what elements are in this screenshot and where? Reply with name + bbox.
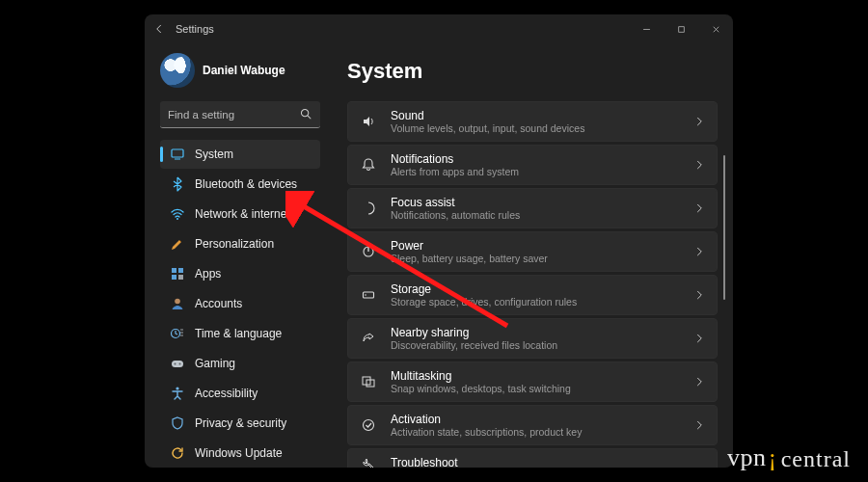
item-power[interactable]: Power Sleep, battery usage, battery save… [347, 231, 718, 272]
personalization-icon [170, 236, 185, 252]
item-title: Troubleshoot [391, 456, 458, 468]
sidebar-item-label: Time & language [195, 327, 282, 340]
wifi-icon [170, 206, 185, 222]
chevron-right-icon [693, 333, 705, 344]
item-title: Multitasking [391, 369, 571, 383]
sidebar-item-bluetooth[interactable]: Bluetooth & devices [160, 170, 320, 199]
main-panel: System Sound Volume levels, output, inpu… [328, 43, 733, 468]
sidebar-item-label: Bluetooth & devices [195, 177, 297, 191]
item-desc: Storage space, drives, configuration rul… [391, 296, 577, 308]
privacy-icon [170, 415, 185, 431]
storage-icon [360, 287, 377, 303]
item-desc: Discoverability, received files location [391, 339, 557, 352]
search-input[interactable] [160, 101, 320, 128]
titlebar: Settings [145, 14, 733, 43]
chevron-right-icon [693, 289, 705, 301]
chevron-right-icon [693, 159, 705, 171]
update-icon [170, 445, 185, 461]
watermark-divider-icon: ¡ [769, 443, 777, 472]
item-desc: Alerts from apps and system [391, 166, 519, 178]
item-title: Focus assist [391, 196, 520, 209]
sidebar-item-label: Apps [195, 267, 221, 281]
item-desc: Volume levels, output, input, sound devi… [391, 122, 584, 135]
settings-list: Sound Volume levels, output, input, soun… [347, 101, 718, 468]
item-desc: Snap windows, desktops, task switching [391, 383, 571, 395]
sidebar-item-system[interactable]: System [160, 140, 320, 169]
chevron-right-icon [693, 376, 705, 388]
sidebar-item-label: Personalization [195, 237, 274, 251]
activation-icon [360, 417, 377, 433]
item-focus-assist[interactable]: Focus assist Notifications, automatic ru… [347, 188, 718, 228]
sidebar-item-label: Network & internet [195, 207, 290, 221]
window-controls [629, 14, 733, 43]
settings-window: Settings Daniel Wabuge System [145, 14, 733, 468]
search-icon [299, 107, 312, 120]
item-desc: Sleep, battery usage, battery saver [391, 253, 548, 265]
item-title: Power [391, 239, 548, 253]
item-desc: Notifications, automatic rules [391, 209, 520, 222]
maximize-icon [676, 24, 687, 35]
item-title: Activation [391, 413, 582, 426]
time-language-icon [170, 326, 185, 341]
chevron-right-icon [693, 116, 705, 127]
notifications-icon [360, 157, 377, 173]
sidebar-item-label: Gaming [195, 357, 235, 370]
watermark: vpn¡central [727, 443, 851, 472]
item-multitasking[interactable]: Multitasking Snap windows, desktops, tas… [347, 362, 718, 402]
sidebar-item-label: Windows Update [195, 446, 283, 460]
sidebar-item-personalization[interactable]: Personalization [160, 229, 320, 258]
bluetooth-icon [170, 176, 185, 192]
content: Daniel Wabuge System Bluetooth & devices… [145, 43, 733, 468]
sidebar-item-label: Privacy & security [195, 416, 286, 430]
item-title: Storage [391, 282, 577, 296]
item-title: Notifications [391, 152, 519, 166]
sidebar-item-label: Accessibility [195, 387, 258, 400]
troubleshoot-icon [360, 455, 377, 468]
sidebar-item-update[interactable]: Windows Update [160, 439, 320, 468]
sidebar-item-label: Accounts [195, 297, 242, 310]
back-icon [153, 23, 165, 35]
accounts-icon [170, 296, 185, 311]
user-name: Daniel Wabuge [203, 64, 285, 77]
minimize-icon [641, 24, 652, 35]
chevron-right-icon [693, 202, 705, 214]
item-sound[interactable]: Sound Volume levels, output, input, soun… [347, 101, 718, 142]
search-box [160, 101, 320, 128]
chevron-right-icon [693, 246, 705, 257]
watermark-part2: central [781, 446, 851, 472]
accessibility-icon [170, 386, 185, 401]
multitask-icon [360, 374, 377, 389]
item-desc: Activation state, subscriptions, product… [391, 426, 582, 439]
sidebar-item-accessibility[interactable]: Accessibility [160, 379, 320, 408]
item-storage[interactable]: Storage Storage space, drives, configura… [347, 275, 718, 315]
focus-icon [360, 201, 377, 216]
sidebar-item-apps[interactable]: Apps [160, 259, 320, 288]
share-icon [360, 331, 377, 346]
close-icon [711, 24, 721, 35]
sidebar-nav: System Bluetooth & devices Network & int… [160, 140, 320, 468]
app-title: Settings [176, 23, 214, 35]
sidebar-item-privacy[interactable]: Privacy & security [160, 409, 320, 438]
item-notifications[interactable]: Notifications Alerts from apps and syste… [347, 145, 718, 185]
sidebar-item-label: System [195, 147, 233, 161]
sidebar-item-gaming[interactable]: Gaming [160, 349, 320, 378]
close-button[interactable] [698, 14, 733, 43]
sound-icon [360, 114, 377, 129]
sidebar-item-accounts[interactable]: Accounts [160, 289, 320, 318]
sidebar-item-time-language[interactable]: Time & language [160, 319, 320, 348]
item-title: Nearby sharing [391, 326, 557, 339]
back-button[interactable] [145, 14, 174, 43]
minimize-button[interactable] [629, 14, 664, 43]
item-nearby-sharing[interactable]: Nearby sharing Discoverability, received… [347, 318, 718, 359]
maximize-button[interactable] [664, 14, 698, 43]
sidebar-item-network[interactable]: Network & internet [160, 200, 320, 228]
power-icon [360, 244, 377, 259]
item-activation[interactable]: Activation Activation state, subscriptio… [347, 405, 718, 445]
profile[interactable]: Daniel Wabuge [160, 47, 320, 97]
scrollbar[interactable] [723, 155, 725, 300]
avatar [160, 53, 195, 88]
page-title: System [347, 59, 718, 84]
item-troubleshoot[interactable]: Troubleshoot [347, 448, 718, 468]
item-title: Sound [391, 109, 584, 122]
watermark-part1: vpn [727, 443, 767, 472]
